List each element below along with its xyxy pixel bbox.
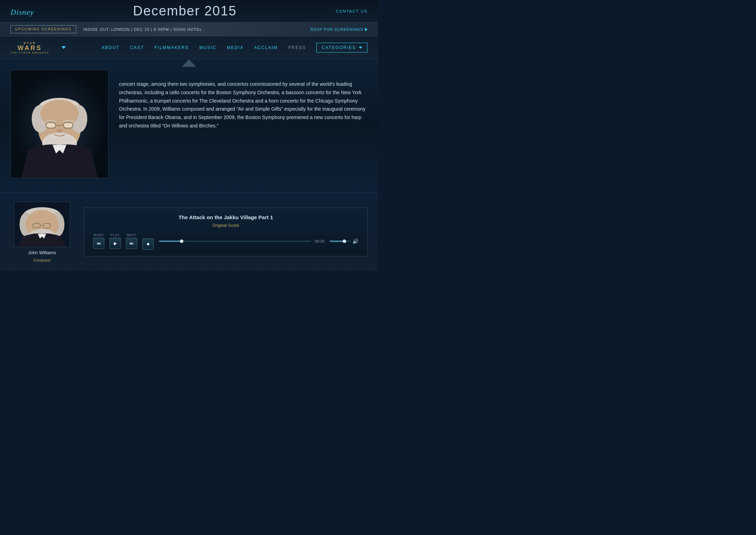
- progress-fill: [159, 241, 182, 242]
- play-label: PLAY: [111, 233, 120, 237]
- contact-us-link[interactable]: CONTACT US: [336, 9, 368, 13]
- progress-bar[interactable]: [159, 241, 311, 242]
- track-title: The Attack on the Jakku Village Part 1: [93, 214, 358, 220]
- back-label: BACK: [94, 233, 104, 237]
- site-header: Disney December 2015 CONTACT US: [0, 0, 378, 22]
- player-controls: BACK ⏮ PLAY ▶ NEXT ⏭ ■ 00:30: [93, 232, 358, 250]
- next-button[interactable]: ⏭: [126, 238, 137, 249]
- volume-container: 🔊: [330, 238, 358, 244]
- main-content: concert stage, among them two symphonies…: [0, 59, 378, 192]
- announcement-text: INSIDE OUT: LONDON | DEC 15 | 6:30PM | S…: [83, 27, 310, 32]
- nav-link-about[interactable]: ABOUT: [102, 45, 119, 50]
- nav-link-filmmakers[interactable]: FILMMAKERS: [154, 45, 189, 50]
- chevron-right-icon: [365, 28, 368, 31]
- stop-button[interactable]: ■: [142, 238, 154, 250]
- progress-dot: [180, 239, 183, 243]
- bottom-section: John Williams Composer The Attack on the…: [0, 192, 378, 271]
- track-category: Original Score: [93, 223, 358, 228]
- progress-row: 00:30: [159, 239, 324, 243]
- page-title: December 2015: [133, 4, 237, 19]
- bio-text: concert stage, among them two symphonies…: [119, 70, 368, 182]
- volume-fill: [330, 241, 344, 242]
- time-display: 00:30: [315, 239, 324, 243]
- nav-bar: STAR WARS THE FORCE AWAKENS ABOUT CAST F…: [0, 36, 378, 59]
- nav-dropdown-arrow-icon[interactable]: [62, 46, 66, 49]
- star-wars-logo: STAR WARS THE FORCE AWAKENS: [10, 41, 49, 54]
- play-button[interactable]: ▶: [110, 238, 121, 249]
- nav-link-media[interactable]: MEDIA: [227, 45, 244, 50]
- rsvp-link[interactable]: RSVP FOR SCREENINGS: [310, 27, 368, 32]
- nav-link-cast[interactable]: CAST: [130, 45, 144, 50]
- back-control-group: BACK ⏮: [93, 233, 104, 249]
- play-control-group: PLAY ▶: [110, 233, 121, 249]
- next-control-group: NEXT ⏭: [126, 233, 137, 249]
- person-image-container: [10, 70, 108, 182]
- announcement-bar: UPCOMING SCREENINGS INSIDE OUT: LONDON |…: [0, 22, 378, 36]
- music-player: The Attack on the Jakku Village Part 1 O…: [84, 208, 368, 256]
- back-button[interactable]: ⏮: [93, 238, 104, 249]
- disney-logo: Disney: [10, 5, 34, 18]
- person-thumbnail: [14, 202, 70, 247]
- categories-button[interactable]: CATEGORIES: [316, 43, 368, 53]
- next-label: NEXT: [127, 233, 136, 237]
- person-name: John Williams: [28, 250, 56, 255]
- speaker-icon: 🔊: [352, 238, 358, 244]
- nav-link-music[interactable]: MUSIC: [199, 45, 216, 50]
- person-card: John Williams Composer: [10, 202, 74, 262]
- star-wars-sub-text: THE FORCE AWAKENS: [10, 51, 49, 54]
- categories-dropdown-icon: [359, 47, 362, 49]
- nav-link-acclaim[interactable]: ACCLAIM: [254, 45, 278, 50]
- popup-arrow-icon: [182, 59, 196, 67]
- nav-links: ABOUT CAST FILMMAKERS MUSIC MEDIA ACCLAI…: [102, 43, 368, 53]
- svg-point-7: [40, 100, 78, 127]
- nav-link-press[interactable]: PRESS: [288, 45, 306, 50]
- star-wars-main-text: WARS: [18, 45, 42, 52]
- person-role: Composer: [33, 258, 51, 262]
- volume-dot: [343, 239, 346, 243]
- person-image: [10, 70, 108, 178]
- upcoming-screenings-button[interactable]: UPCOMING SCREENINGS: [10, 25, 76, 33]
- svg-point-13: [57, 129, 62, 133]
- volume-bar[interactable]: [330, 241, 351, 242]
